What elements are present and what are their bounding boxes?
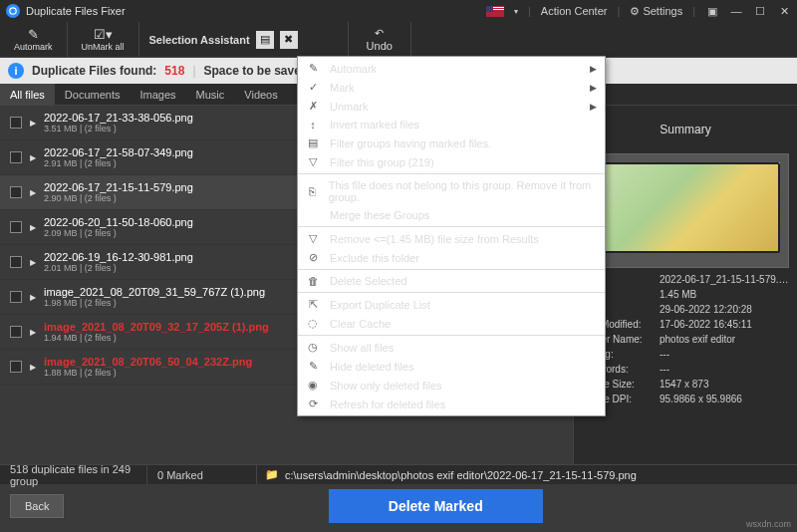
file-name: image_2021_08_20T09_31_59_767Z (1).png	[44, 286, 265, 298]
screenshot-icon[interactable]: ▣	[705, 4, 719, 18]
status-bar: 518 duplicate files in 249 group 0 Marke…	[0, 464, 797, 484]
menu-item[interactable]: ▤Filter groups having marked files.	[298, 133, 605, 152]
file-meta: 2.09 MB | (2 files )	[44, 228, 193, 238]
expand-icon[interactable]: ▶	[30, 293, 36, 302]
automark-button[interactable]: ✎Automark	[0, 22, 68, 57]
back-button[interactable]: Back	[10, 494, 64, 518]
menu-item[interactable]: ▽Filter this group (219)	[298, 152, 605, 171]
expand-icon[interactable]: ▶	[30, 363, 36, 372]
flag-caret[interactable]: ▾	[514, 7, 518, 16]
expand-icon[interactable]: ▶	[30, 188, 36, 197]
file-name: 2022-06-17_21-33-38-056.png	[44, 112, 193, 124]
menu-icon: ◌	[306, 317, 320, 330]
menu-label: Export Duplicate List	[330, 299, 430, 311]
context-menu: ✎Automark▶✓Mark▶✗Unmark▶↕Invert marked f…	[297, 56, 606, 416]
status-path: c:\users\admin\desktop\photos exif edito…	[285, 469, 637, 481]
expand-icon[interactable]: ▶	[30, 223, 36, 232]
menu-item[interactable]: ◉Show only deleted files	[298, 376, 605, 395]
menu-item[interactable]: ◌Clear Cache	[298, 314, 605, 333]
detail-keywords: ---	[660, 364, 789, 375]
settings-link[interactable]: ⚙ Settings	[630, 5, 682, 18]
menu-icon: ✗	[306, 100, 320, 113]
expand-icon[interactable]: ▶	[30, 119, 36, 128]
toolbar: ✎Automark ☑▾UnMark all Selection Assista…	[0, 22, 797, 58]
menu-label: Mark	[330, 82, 354, 94]
tab-videos[interactable]: Videos	[234, 84, 287, 105]
menu-icon: ▤	[306, 136, 320, 149]
expand-icon[interactable]: ▶	[30, 258, 36, 267]
expand-icon[interactable]: ▶	[30, 153, 36, 162]
menu-item[interactable]: ⇱Export Duplicate List	[298, 295, 605, 314]
maximize-icon[interactable]: ☐	[753, 4, 767, 18]
tab-documents[interactable]: Documents	[55, 84, 131, 105]
menu-item[interactable]: ✎Automark▶	[298, 59, 605, 78]
menu-icon: ▽	[306, 155, 320, 168]
dup-found-label: Duplicate Files found:	[32, 64, 156, 78]
detail-filename: 2022-06-17_21-15-11-579.png	[660, 274, 789, 285]
tab-all-files[interactable]: All files	[0, 84, 55, 105]
menu-item[interactable]: ▽Remove <=(1.45 MB) file size from Resul…	[298, 229, 605, 248]
app-logo-icon	[6, 4, 20, 18]
menu-icon: ✎	[306, 360, 320, 373]
menu-icon: ⎘	[306, 185, 319, 197]
menu-icon: 🗑	[306, 275, 320, 287]
menu-icon: ✎	[306, 62, 320, 75]
detail-folder: photos exif editor	[660, 334, 789, 345]
delete-marked-button[interactable]: Delete Marked	[329, 489, 543, 523]
menu-label: Unmark	[330, 101, 369, 113]
detail-imgsize: 1547 x 873	[660, 379, 789, 390]
file-name: 2022-06-19_16-12-30-981.png	[44, 251, 193, 263]
detail-rating: ---	[660, 349, 789, 360]
checkbox[interactable]	[10, 186, 22, 198]
menu-item[interactable]: ↕Invert marked files	[298, 116, 605, 133]
expand-icon[interactable]: ▶	[30, 328, 36, 337]
menu-item[interactable]: ◷Show all files	[298, 338, 605, 357]
checkbox[interactable]	[10, 151, 22, 163]
menu-label: Delete Selected	[330, 275, 407, 287]
detail-modified: 17-06-2022 16:45:11	[660, 319, 789, 330]
menu-item[interactable]: ✗Unmark▶	[298, 97, 605, 116]
tab-images[interactable]: Images	[130, 84, 185, 105]
checkbox[interactable]	[10, 361, 22, 373]
undo-button[interactable]: ↶Undo	[348, 22, 411, 57]
menu-item[interactable]: 🗑Delete Selected	[298, 272, 605, 290]
dup-found-count: 518	[164, 64, 184, 78]
folder-icon: 📁	[265, 468, 279, 481]
tab-music[interactable]: Music	[186, 84, 235, 105]
checkbox[interactable]	[10, 326, 22, 338]
status-marked: 0 Marked	[147, 465, 257, 484]
menu-icon: ◷	[306, 341, 320, 354]
file-meta: 1.98 MB | (2 files )	[44, 298, 265, 308]
menu-item[interactable]: ⎘This file does not belong to this group…	[298, 176, 605, 206]
unmark-all-button[interactable]: ☑▾UnMark all	[68, 22, 139, 57]
checkbox[interactable]	[10, 117, 22, 129]
selection-tool-1-button[interactable]: ▤	[256, 31, 274, 49]
summary-header: Summary	[574, 106, 797, 153]
menu-label: Remove <=(1.45 MB) file size from Result…	[330, 233, 539, 245]
menu-item[interactable]: ✓Mark▶	[298, 78, 605, 97]
checkbox[interactable]	[10, 221, 22, 233]
menu-item[interactable]: ⟳Refresh for deleted files	[298, 395, 605, 413]
file-name: 2022-06-20_11-50-18-060.png	[44, 216, 193, 228]
file-meta: 1.94 MB | (2 files )	[44, 333, 269, 343]
flag-icon[interactable]	[486, 6, 504, 17]
checkbox[interactable]	[10, 256, 22, 268]
menu-label: Clear Cache	[330, 318, 391, 330]
status-groups: 518 duplicate files in 249 group	[0, 465, 147, 484]
menu-item[interactable]: ✎Hide deleted files	[298, 357, 605, 376]
submenu-arrow-icon: ▶	[590, 83, 597, 93]
file-name: 2022-06-17_21-58-07-349.png	[44, 146, 193, 158]
minimize-icon[interactable]: —	[729, 4, 743, 18]
file-name: 2022-06-17_21-15-11-579.png	[44, 181, 193, 193]
submenu-arrow-icon: ▶	[590, 64, 597, 74]
svg-point-0	[10, 8, 16, 14]
close-icon[interactable]: ✕	[777, 4, 791, 18]
action-center-link[interactable]: Action Center	[541, 5, 608, 17]
menu-label: This file does not belong to this group.…	[329, 179, 597, 203]
file-meta: 1.88 MB | (2 files )	[44, 368, 252, 378]
menu-label: Filter groups having marked files.	[330, 137, 491, 149]
menu-icon: ⟳	[306, 398, 320, 410]
checkbox[interactable]	[10, 291, 22, 303]
watermark: wsxdn.com	[746, 519, 791, 529]
selection-tool-2-button[interactable]: ✖	[280, 31, 298, 49]
